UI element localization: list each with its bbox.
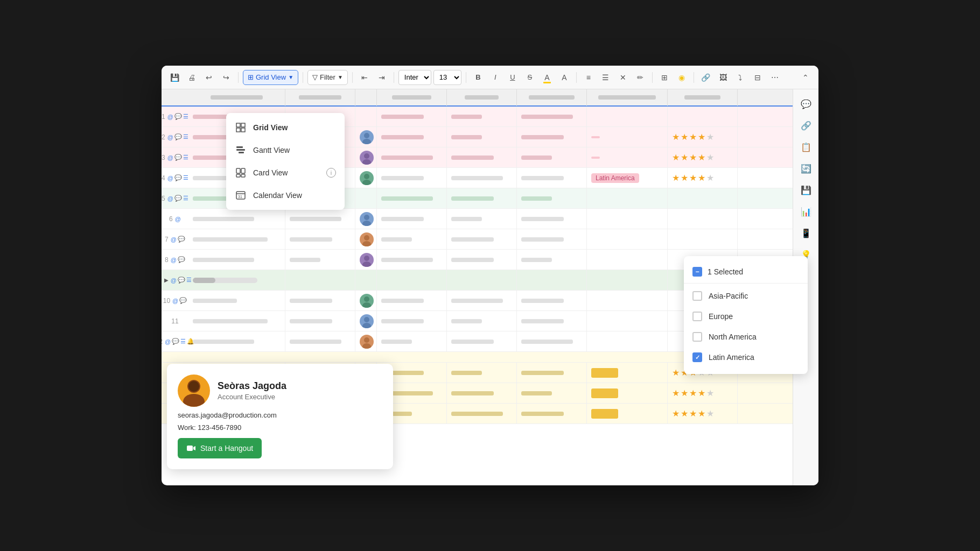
at-icon[interactable]: @	[175, 216, 181, 222]
outdent-icon[interactable]: ⇥	[374, 70, 389, 85]
bold-button[interactable]: B	[471, 70, 486, 85]
table-button[interactable]: ⊞	[657, 70, 672, 85]
menu-icon[interactable]: ☰	[180, 338, 186, 345]
comment-icon[interactable]: 💬	[178, 236, 185, 243]
cell-col5	[447, 127, 517, 147]
sidebar-analytics-icon[interactable]: 📊	[797, 202, 815, 221]
image-button[interactable]: 🖼	[716, 70, 731, 85]
redo-icon[interactable]: ↪	[219, 70, 234, 85]
at-icon[interactable]: @	[165, 338, 171, 345]
svg-point-6	[364, 215, 369, 220]
asia-checkbox[interactable]	[692, 291, 702, 301]
svg-rect-29	[236, 149, 245, 151]
list-button[interactable]: ☰	[598, 70, 613, 85]
comment-icon[interactable]: 💬	[174, 133, 182, 140]
highlight-button[interactable]: A	[540, 70, 555, 85]
cell-col6	[517, 311, 587, 331]
view-item-card[interactable]: Card View i	[226, 161, 345, 184]
menu-icon[interactable]: ☰	[183, 195, 188, 202]
paint-button[interactable]: ✏	[633, 70, 648, 85]
collapse-button[interactable]: ⌃	[798, 70, 813, 85]
comment-icon[interactable]: 💬	[174, 154, 182, 161]
comment-icon[interactable]: 💬	[174, 113, 182, 120]
region-item-latin-america[interactable]: Latin America	[684, 347, 808, 368]
text-color-button[interactable]: A	[557, 70, 572, 85]
cell-col5	[447, 168, 517, 188]
print-icon[interactable]: 🖨	[184, 70, 199, 85]
undo-icon[interactable]: ↩	[201, 70, 216, 85]
latin-america-checkbox[interactable]	[692, 352, 702, 362]
view-item-calendar[interactable]: 31 Calendar View	[226, 184, 345, 207]
region-item-north-america[interactable]: North America	[684, 327, 808, 347]
col-header-5	[447, 89, 517, 106]
video-icon	[186, 443, 196, 453]
view-label: Grid View	[256, 73, 286, 81]
comment-icon[interactable]: 💬	[178, 256, 185, 263]
indent-icon[interactable]: ⇤	[357, 70, 372, 85]
comment-icon[interactable]: 💬	[178, 277, 185, 284]
at-icon[interactable]: @	[167, 175, 173, 181]
at-icon[interactable]: @	[167, 154, 173, 161]
font-size-select[interactable]: 13	[433, 70, 461, 85]
at-icon[interactable]: @	[171, 257, 177, 263]
at-icon[interactable]: @	[171, 277, 177, 284]
sidebar-refresh-icon[interactable]: 🔄	[797, 159, 815, 178]
at-icon[interactable]: @	[172, 298, 178, 304]
save-icon[interactable]: 💾	[167, 70, 182, 85]
at-icon[interactable]: @	[167, 134, 173, 140]
cell-stars: ★ ★ ★ ★ ★	[668, 404, 738, 424]
column-button[interactable]: ⊟	[750, 70, 765, 85]
font-family-select[interactable]: Inter	[398, 70, 431, 85]
deselect-icon[interactable]: −	[692, 267, 702, 277]
sidebar-clipboard-icon[interactable]: 📋	[797, 138, 815, 156]
underline-button[interactable]: U	[505, 70, 520, 85]
sidebar-chat-icon[interactable]: 💬	[797, 95, 815, 113]
cell-col5	[447, 229, 517, 250]
cell-col4	[377, 209, 447, 229]
view-item-grid[interactable]: Grid View	[226, 116, 345, 139]
star-1: ★	[672, 173, 680, 183]
comment-icon[interactable]: 💬	[174, 195, 182, 202]
comment-icon[interactable]: 💬	[179, 297, 187, 304]
region-item-asia[interactable]: Asia-Pacific	[684, 286, 808, 306]
info-icon[interactable]: i	[326, 168, 336, 178]
region-item-europe[interactable]: Europe	[684, 306, 808, 327]
more-button[interactable]: ⋯	[767, 70, 782, 85]
at-icon[interactable]: @	[167, 195, 173, 202]
north-america-checkbox[interactable]	[692, 332, 702, 342]
view-dropdown-button[interactable]: ⊞ Grid View ▼	[243, 70, 298, 85]
wrap-button[interactable]: ⤵	[733, 70, 748, 85]
menu-icon[interactable]: ☰	[183, 113, 188, 120]
cell-col4	[377, 107, 447, 127]
svg-point-16	[364, 337, 369, 343]
yellow-tag	[591, 368, 618, 378]
star-rating: ★ ★ ★ ★ ★	[672, 408, 714, 419]
view-item-gantt[interactable]: Gantt View	[226, 139, 345, 161]
italic-button[interactable]: I	[488, 70, 503, 85]
row-number: 10 @ 💬	[162, 297, 188, 305]
at-icon[interactable]: @	[167, 114, 173, 120]
menu-icon[interactable]: ☰	[183, 174, 188, 181]
sidebar-link-icon[interactable]: 🔗	[797, 116, 815, 135]
cell-col5	[447, 270, 517, 291]
highlight2-button[interactable]: ◉	[674, 70, 689, 85]
menu-icon[interactable]: ☰	[183, 154, 188, 161]
start-hangout-button[interactable]: Start a Hangout	[178, 438, 262, 458]
comment-icon[interactable]: 💬	[174, 174, 182, 181]
cell-col5	[447, 291, 517, 311]
comment-icon[interactable]: 💬	[172, 338, 179, 345]
filter-button[interactable]: ▽ Filter ▼	[307, 70, 348, 85]
link-button[interactable]: 🔗	[698, 70, 713, 85]
at-icon[interactable]: @	[171, 236, 177, 243]
strikethrough-button[interactable]: S	[522, 70, 537, 85]
sep5	[466, 72, 466, 83]
europe-checkbox[interactable]	[692, 312, 702, 321]
erase-button[interactable]: ✕	[615, 70, 631, 85]
cell-col6	[517, 188, 587, 209]
sidebar-mobile-icon[interactable]: 📱	[797, 224, 815, 242]
align-button[interactable]: ≡	[581, 70, 596, 85]
europe-label: Europe	[709, 312, 733, 321]
menu-icon[interactable]: ☰	[183, 133, 188, 140]
sidebar-save-icon[interactable]: 💾	[797, 181, 815, 199]
contact-avatar	[178, 375, 210, 407]
